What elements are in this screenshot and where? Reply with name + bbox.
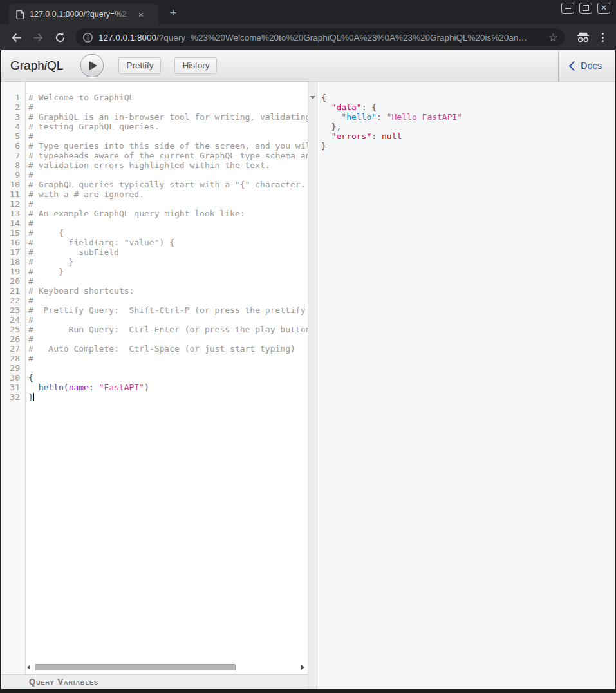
code-line: # xyxy=(28,354,308,363)
graphiql-logo: GraphiQL xyxy=(10,59,63,73)
line-number: 10 xyxy=(1,180,25,189)
browser-toolbar: 127.0.0.1:8000/?query=%23%20Welcome%20to… xyxy=(0,24,616,50)
line-number: 3 xyxy=(1,112,25,122)
code-line: # xyxy=(28,199,308,209)
minimize-button[interactable] xyxy=(561,3,574,14)
code-line: # Auto Complete: Ctrl-Space (or just sta… xyxy=(28,344,308,354)
tab-close-icon[interactable]: × xyxy=(135,8,147,20)
code-line: # xyxy=(28,170,308,180)
code-line: # typeaheads aware of the current GraphQ… xyxy=(28,151,308,160)
code-line: # } xyxy=(28,267,308,276)
line-number-gutter: 1234567891011121314151617181920212223242… xyxy=(1,82,26,674)
code-line: } xyxy=(28,392,308,402)
line-number: 11 xyxy=(1,189,25,199)
docs-button[interactable]: Docs xyxy=(558,50,615,81)
query-pane: 1234567891011121314151617181920212223242… xyxy=(1,82,308,689)
code-line: # subField xyxy=(28,247,308,257)
execute-button[interactable] xyxy=(80,54,104,77)
line-number: 12 xyxy=(1,199,25,209)
scroll-left-icon[interactable] xyxy=(27,665,30,670)
browser-tab[interactable]: 127.0.0.1:8000/?query=%2 × xyxy=(9,4,158,24)
site-info-icon[interactable] xyxy=(82,32,93,43)
query-editor[interactable]: 1234567891011121314151617181920212223242… xyxy=(1,82,308,674)
tab-title: 127.0.0.1:8000/?query=%2 xyxy=(30,10,133,19)
code-line: # xyxy=(28,334,308,344)
text-cursor xyxy=(33,393,34,401)
line-number: 23 xyxy=(1,305,25,315)
editor-bar: 1234567891011121314151617181920212223242… xyxy=(1,82,615,689)
code-line: # xyxy=(28,131,308,141)
tab-strip: 127.0.0.1:8000/?query=%2 × + ✕ xyxy=(0,0,616,24)
play-icon xyxy=(89,61,97,70)
code-line: # Welcome to GraphiQL xyxy=(28,93,308,102)
browser-menu-icon[interactable] xyxy=(597,31,608,44)
line-number: 9 xyxy=(1,170,25,180)
close-button[interactable]: ✕ xyxy=(597,3,610,14)
line-number: 8 xyxy=(1,160,25,170)
line-number: 25 xyxy=(1,325,25,334)
window-controls: ✕ xyxy=(561,3,610,14)
line-number: 19 xyxy=(1,267,25,276)
line-number: 27 xyxy=(1,344,25,354)
page-favicon-icon xyxy=(16,10,24,19)
url-host: 127.0.0.1:8000 xyxy=(98,33,156,43)
back-icon xyxy=(10,32,23,44)
graphiql-container: GraphiQL Prettify History Docs 123456789… xyxy=(0,50,616,693)
code-line: # testing GraphQL queries. xyxy=(28,122,308,131)
code-line: # Prettify Query: Shift-Ctrl-P (or press… xyxy=(28,305,308,315)
code-line: # xyxy=(28,218,308,228)
address-bar[interactable]: 127.0.0.1:8000/?query=%23%20Welcome%20to… xyxy=(76,28,565,46)
line-number: 26 xyxy=(1,334,25,344)
prettify-button[interactable]: Prettify xyxy=(118,57,161,74)
scrollbar-thumb[interactable] xyxy=(35,664,236,670)
scroll-right-icon[interactable] xyxy=(301,665,304,670)
history-button[interactable]: History xyxy=(174,57,217,74)
line-number: 15 xyxy=(1,228,25,238)
code-line: { xyxy=(28,373,308,383)
line-number: 5 xyxy=(1,131,25,141)
code-line: # xyxy=(28,102,308,112)
code-line: "data": { xyxy=(321,102,615,112)
chevron-left-icon xyxy=(569,61,579,71)
browser-window: 127.0.0.1:8000/?query=%2 × + ✕ xyxy=(0,0,616,693)
maximize-button[interactable] xyxy=(579,3,592,14)
forward-button[interactable] xyxy=(27,26,49,48)
line-number: 24 xyxy=(1,315,25,325)
reload-icon xyxy=(54,32,66,44)
line-number: 2 xyxy=(1,102,25,112)
query-variables-header[interactable]: Query Variables xyxy=(1,674,308,689)
line-number: 18 xyxy=(1,257,25,267)
code-line: # xyxy=(28,315,308,325)
line-number: 21 xyxy=(1,286,25,296)
back-button[interactable] xyxy=(5,26,27,48)
incognito-icon xyxy=(576,32,590,43)
line-number: 31 xyxy=(1,383,25,392)
bookmark-star-icon[interactable]: ☆ xyxy=(548,32,558,43)
code-line: # { xyxy=(28,228,308,238)
code-line: # GraphiQL is an in-browser tool for wri… xyxy=(28,112,308,122)
result-fold-gutter[interactable] xyxy=(308,82,317,689)
line-number: 4 xyxy=(1,122,25,131)
close-icon: ✕ xyxy=(601,4,607,12)
code-line: hello(name: "FastAPI") xyxy=(28,383,308,392)
line-number: 1 xyxy=(1,93,25,102)
code-line: # with a # are ignored. xyxy=(28,189,308,199)
fold-arrow-icon[interactable] xyxy=(310,96,315,99)
line-number: 17 xyxy=(1,247,25,257)
query-code[interactable]: # Welcome to GraphiQL## GraphiQL is an i… xyxy=(26,82,308,674)
forward-icon xyxy=(32,32,44,44)
code-line: # field(arg: "value") { xyxy=(28,238,308,247)
horizontal-scrollbar[interactable] xyxy=(26,663,306,672)
query-variables-title: Query Variables xyxy=(1,678,98,687)
code-line: # validation errors highlighted within t… xyxy=(28,160,308,170)
new-tab-button[interactable]: + xyxy=(166,6,180,20)
line-number: 32 xyxy=(1,392,25,402)
code-line: # } xyxy=(28,257,308,267)
line-number: 28 xyxy=(1,354,25,363)
code-line: # xyxy=(28,276,308,286)
code-line: # Run Query: Ctrl-Enter (or press the pl… xyxy=(28,325,308,334)
line-number: 20 xyxy=(1,276,25,286)
code-line: "hello": "Hello FastAPI" xyxy=(321,112,615,122)
reload-button[interactable] xyxy=(49,26,71,48)
result-window: { "data": { "hello": "Hello FastAPI" }, … xyxy=(317,82,615,689)
